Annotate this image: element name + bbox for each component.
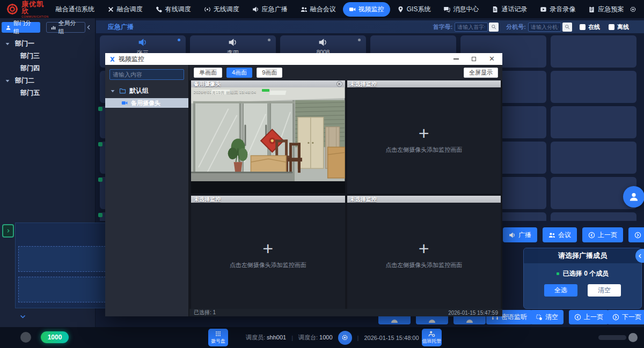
nav-item-4[interactable]: 无线调度 bbox=[198, 2, 245, 17]
close-video-icon[interactable]: ✕ bbox=[336, 81, 342, 87]
caret-down-icon[interactable] bbox=[4, 41, 11, 47]
console-settings-button[interactable] bbox=[338, 331, 352, 345]
person-icon bbox=[5, 25, 11, 31]
extension-search-button[interactable] bbox=[562, 23, 572, 32]
operator-value: shh001 bbox=[267, 334, 286, 340]
nav-item-1[interactable]: 融合通信系统 bbox=[50, 2, 100, 17]
sidebar-collapse-button[interactable] bbox=[85, 24, 92, 31]
online-checkbox[interactable] bbox=[580, 24, 586, 30]
volume-knob[interactable] bbox=[628, 333, 638, 342]
extension-filter-label: 分机号: bbox=[506, 23, 526, 31]
settings-gear-icon[interactable] bbox=[630, 6, 636, 13]
top-navbar: 康优凯欣 COMMUNICATION 融合通信系统融合调度有线调度无线调度应急广… bbox=[0, 0, 644, 18]
window-controls bbox=[630, 6, 644, 13]
action-button-1[interactable]: 广播 bbox=[503, 227, 537, 242]
add-camera-plus-icon[interactable]: + bbox=[419, 127, 429, 139]
speaker-icon bbox=[228, 38, 238, 47]
nav-item-7[interactable]: 视频监控 bbox=[343, 2, 390, 17]
online-label: 在线 bbox=[588, 23, 600, 31]
bottom-action-4[interactable]: 下一页 bbox=[607, 310, 644, 324]
action-button-2[interactable]: 会议 bbox=[543, 227, 577, 242]
layout-button-1[interactable]: 单画面 bbox=[194, 68, 222, 78]
tree-item-1[interactable]: 部门一 bbox=[0, 38, 95, 50]
action-button-4[interactable]: 下一页 bbox=[628, 227, 644, 242]
dialog-titlebar[interactable]: 视频监控 ✕ bbox=[105, 53, 502, 65]
tree-item-5[interactable]: 部门五 bbox=[0, 87, 95, 99]
video-panel-4[interactable]: 未选择监控+点击左侧摄像头添加监控画面 bbox=[347, 196, 501, 309]
camera-search-input[interactable] bbox=[109, 69, 184, 80]
duty-icon bbox=[428, 330, 435, 337]
camera-group-row[interactable]: 默认组 bbox=[109, 86, 184, 95]
add-camera-plus-icon[interactable]: + bbox=[262, 242, 273, 254]
video-panel-1[interactable]: 备用摄像头✕2026年01月15日 星期四 15:46:04 bbox=[191, 80, 345, 194]
tab-department-group[interactable]: 部门分组 bbox=[2, 22, 40, 33]
tab-global-group[interactable]: 全局分组 bbox=[46, 22, 86, 33]
member-card[interactable] bbox=[551, 71, 636, 103]
tab-label: 全局分组 bbox=[58, 19, 82, 35]
clear-selection-button[interactable]: 清空 bbox=[588, 284, 621, 297]
dialog-maximize-icon[interactable] bbox=[472, 57, 476, 61]
tree-item-4[interactable]: 部门二 bbox=[0, 75, 95, 87]
drop-slot[interactable] bbox=[18, 277, 108, 302]
extension-filter-input[interactable] bbox=[528, 23, 561, 32]
nav-item-11[interactable]: 录音录像 bbox=[534, 2, 581, 17]
app-root: 康优凯欣 COMMUNICATION 融合通信系统融合调度有线调度无线调度应急广… bbox=[0, 0, 644, 348]
camera-group-label: 默认组 bbox=[129, 86, 149, 95]
video-panel-3[interactable]: 未选择监控+点击左侧摄像头添加监控画面 bbox=[191, 196, 345, 309]
empty-panel-hint: 点击左侧摄像头添加监控画面 bbox=[230, 261, 306, 269]
collapse-panel-chevron-icon[interactable] bbox=[19, 313, 26, 320]
volume-slider[interactable] bbox=[598, 335, 626, 340]
operator-label: 调度员: bbox=[246, 334, 265, 340]
camera-tree-panel: 默认组 备用摄像头 bbox=[105, 65, 189, 316]
member-card[interactable] bbox=[551, 106, 636, 138]
drop-slot[interactable] bbox=[18, 246, 108, 272]
nav-item-3[interactable]: 有线调度 bbox=[150, 2, 197, 17]
duty-delegate-button[interactable]: 值班托管 bbox=[422, 329, 442, 346]
dialog-close-icon[interactable]: ✕ bbox=[489, 56, 495, 62]
nav-item-10[interactable]: 通话记录 bbox=[486, 2, 533, 17]
circChevR-icon bbox=[634, 232, 641, 239]
dialog-minimize-icon[interactable] bbox=[453, 58, 459, 60]
fullscreen-button[interactable]: 全屏显示 bbox=[464, 68, 498, 78]
camera-item-selected[interactable]: 备用摄像头 bbox=[105, 98, 188, 108]
circChevL-icon bbox=[574, 314, 581, 321]
member-card[interactable] bbox=[551, 212, 636, 221]
presence-dot bbox=[358, 39, 361, 41]
nav-item-6[interactable]: 融合会议 bbox=[295, 2, 342, 17]
extension-badge[interactable]: 1000 bbox=[41, 331, 69, 343]
nav-item-2[interactable]: 融合调度 bbox=[101, 2, 149, 17]
expand-panel-button[interactable] bbox=[2, 224, 14, 238]
nav-item-5[interactable]: 应急广播 bbox=[246, 2, 294, 17]
caret-down-icon[interactable] bbox=[4, 78, 11, 84]
camera-icon bbox=[121, 100, 128, 106]
bottom-action-2[interactable]: 清空 bbox=[530, 310, 564, 324]
nav-item-8[interactable]: GIS系统 bbox=[391, 2, 437, 17]
action-button-3[interactable]: 上一页 bbox=[582, 227, 623, 242]
brand-logo-icon bbox=[6, 3, 18, 15]
video-panel-title: 未选择监控 bbox=[347, 80, 501, 87]
dialpad-button[interactable]: 拨号盘 bbox=[208, 329, 228, 346]
layout-button-3[interactable]: 9画面 bbox=[257, 68, 282, 78]
add-camera-plus-icon[interactable]: + bbox=[419, 242, 429, 254]
speaker-icon bbox=[318, 38, 328, 47]
empty-panel-hint: 点击左侧摄像头添加监控画面 bbox=[385, 146, 462, 154]
select-all-button[interactable]: 全选 bbox=[544, 284, 577, 297]
presence-dot bbox=[268, 39, 270, 41]
tree-item-2[interactable]: 部门三 bbox=[0, 50, 95, 62]
member-card[interactable] bbox=[551, 35, 636, 68]
member-card[interactable] bbox=[551, 142, 636, 174]
video-panel-2[interactable]: 未选择监控+点击左侧摄像头添加监控画面 bbox=[347, 80, 501, 194]
initial-search-button[interactable] bbox=[489, 23, 499, 32]
dialog-footer: 已选择: 1 2026-01-15 15:47:59 bbox=[189, 309, 502, 316]
nav-item-12[interactable]: 应急预案 bbox=[582, 2, 630, 17]
initial-filter-input[interactable] bbox=[455, 23, 488, 32]
offline-checkbox[interactable] bbox=[609, 24, 614, 30]
dialpad-icon bbox=[215, 330, 222, 337]
nav-item-9[interactable]: 消息中心 bbox=[437, 2, 485, 17]
layout-button-2[interactable]: 4画面 bbox=[226, 68, 252, 78]
floating-user-avatar[interactable] bbox=[623, 186, 644, 208]
folder-icon bbox=[119, 87, 126, 94]
tree-item-3[interactable]: 部门四 bbox=[0, 62, 95, 75]
empty-panel-hint: 点击左侧摄像头添加监控画面 bbox=[385, 261, 462, 269]
bottom-action-3[interactable]: 上一页 bbox=[569, 310, 609, 324]
